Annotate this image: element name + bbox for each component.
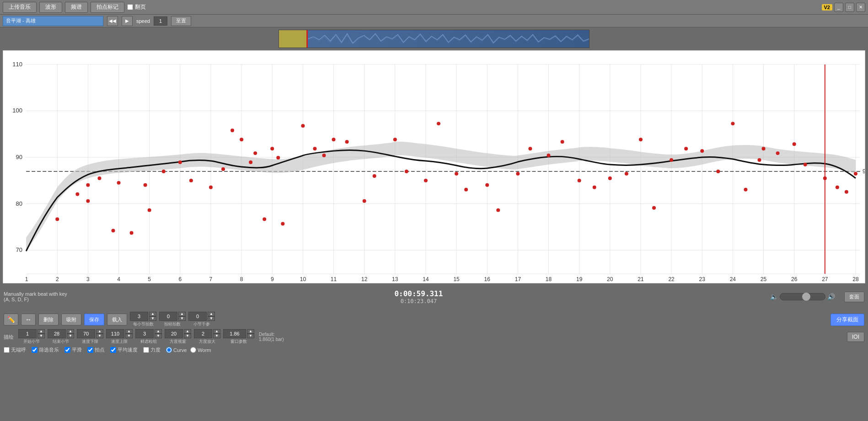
flip-checkbox[interactable] [127, 4, 133, 10]
speed-max-input[interactable] [48, 329, 66, 338]
load-button[interactable]: 载入 [107, 314, 127, 325]
copy-button[interactable]: 吸附 [61, 314, 81, 325]
beat-button[interactable]: 拍点标记 [91, 2, 124, 13]
window-max-label: 方度放大 [199, 339, 215, 345]
tempo-high-up[interactable]: ▲ [125, 329, 133, 334]
beat-offset-down[interactable]: ▼ [178, 316, 186, 321]
worm-radio-label[interactable]: Worm [190, 347, 211, 353]
avg-speed-label[interactable]: 平均速度 [110, 346, 138, 353]
svg-point-86 [684, 147, 688, 150]
chart-area[interactable]: www.Vmus.net [3, 50, 865, 283]
speed-max-up[interactable]: ▲ [67, 329, 74, 334]
window-size-up[interactable]: ▲ [184, 329, 191, 334]
filter-label[interactable]: 筛选音乐 [32, 346, 59, 353]
no-silence-label[interactable]: 无端呼 [4, 346, 26, 353]
svg-point-48 [178, 160, 182, 164]
speed-input[interactable] [154, 16, 167, 26]
small-beats-input[interactable] [188, 312, 207, 321]
svg-text:6: 6 [178, 276, 182, 282]
reset-button[interactable]: 至置 [171, 16, 191, 26]
time-display: 0:00:59.311 0:10:23.047 [76, 289, 761, 304]
window-size-group: ▲ ▼ 方度视窗 [165, 329, 191, 345]
window-size-input[interactable] [165, 329, 183, 338]
worm-radio[interactable] [190, 347, 196, 353]
play-button[interactable]: ▶ [122, 16, 133, 26]
right-buttons-top: 套面 [844, 292, 864, 302]
svg-point-60 [301, 124, 305, 128]
beat-checkbox[interactable] [87, 347, 93, 353]
svg-point-85 [670, 158, 673, 162]
smooth-check-label[interactable]: 平滑 [64, 346, 82, 353]
svg-point-40 [86, 199, 90, 203]
set-button[interactable]: 套面 [844, 292, 864, 302]
svg-point-76 [528, 147, 532, 150]
svg-point-37 [55, 218, 59, 221]
svg-point-67 [393, 138, 397, 141]
svg-point-91 [758, 158, 761, 162]
speed-max-down[interactable]: ▼ [67, 334, 74, 338]
tempo-low-up[interactable]: ▲ [96, 329, 103, 334]
per-bar-beats-up[interactable]: ▲ [149, 312, 156, 316]
smooth-down[interactable]: ▼ [155, 334, 162, 338]
tempo-high-input[interactable] [106, 329, 124, 338]
default-label: Default: [259, 332, 284, 337]
per-bar-beats-input[interactable] [130, 312, 148, 321]
force-checkbox[interactable] [143, 347, 149, 353]
tempo-low-down[interactable]: ▼ [96, 334, 103, 338]
speed-min-up[interactable]: ▲ [38, 329, 45, 334]
flip-checkbox-label[interactable]: 翻页 [127, 3, 146, 11]
per-bar-beats-down[interactable]: ▼ [149, 316, 156, 321]
svg-point-57 [270, 147, 274, 150]
smooth-checkbox[interactable] [64, 347, 70, 353]
no-silence-checkbox[interactable] [4, 347, 10, 353]
filter-checkbox[interactable] [32, 347, 38, 353]
maximize-button[interactable]: □ [845, 3, 854, 12]
svg-point-94 [793, 142, 796, 146]
freq-button[interactable]: 频谱 [65, 2, 88, 13]
force-label[interactable]: 力度 [143, 346, 161, 353]
window-param-up[interactable]: ▲ [247, 329, 254, 334]
smooth-input[interactable] [135, 329, 154, 338]
svg-text:110: 110 [12, 61, 22, 68]
svg-point-74 [496, 208, 500, 212]
move-button[interactable]: ↔️ [21, 314, 36, 325]
curve-radio-label[interactable]: Curve [166, 347, 187, 353]
svg-point-58 [276, 156, 280, 160]
window-param-down[interactable]: ▼ [247, 334, 254, 338]
speed-min-down[interactable]: ▼ [38, 334, 45, 338]
ioi-button[interactable]: IOI [847, 332, 864, 342]
speed-min-input[interactable] [18, 329, 37, 338]
smooth-up[interactable]: ▲ [155, 329, 162, 334]
avg-speed-checkbox[interactable] [110, 347, 116, 353]
window-max-input[interactable] [194, 329, 212, 338]
tempo-low-input[interactable] [77, 329, 95, 338]
save-button[interactable]: 保存 [84, 314, 104, 325]
svg-text:11: 11 [331, 276, 337, 282]
window-max-down[interactable]: ▼ [213, 334, 220, 338]
delete-button[interactable]: 删除 [38, 314, 59, 325]
status-time-row: Manually mark beat with key (A, S, D, F)… [0, 283, 868, 310]
window-size-down[interactable]: ▼ [184, 334, 191, 338]
small-beats-up[interactable]: ▲ [208, 312, 215, 316]
close-button[interactable]: ✕ [856, 3, 865, 12]
svg-text:18: 18 [546, 276, 552, 282]
beat-offset-up[interactable]: ▲ [178, 312, 186, 316]
wave-button[interactable]: 波形 [39, 2, 62, 13]
beat-offset-input[interactable] [159, 312, 177, 321]
waveform-container[interactable] [279, 30, 589, 48]
window-max-up[interactable]: ▲ [213, 329, 220, 334]
small-beats-down[interactable]: ▼ [208, 316, 215, 321]
svg-text:80: 80 [16, 200, 22, 207]
tempo-high-down[interactable]: ▼ [125, 334, 133, 338]
upload-music-button[interactable]: 上传音乐 [3, 2, 37, 13]
minimize-button[interactable]: _ [834, 3, 843, 12]
curve-radio[interactable] [166, 347, 172, 353]
window-param-input[interactable] [223, 329, 246, 338]
draw-button[interactable]: ✏️ [4, 314, 18, 325]
volume-slider[interactable] [780, 293, 825, 300]
track-name-input[interactable] [3, 16, 103, 26]
window-size-label: 方度视窗 [170, 339, 186, 345]
prev-button[interactable]: ◀◀ [107, 16, 118, 26]
beat-check-label[interactable]: 拍点 [87, 346, 105, 353]
share-button[interactable]: 分享截面 [830, 314, 864, 326]
